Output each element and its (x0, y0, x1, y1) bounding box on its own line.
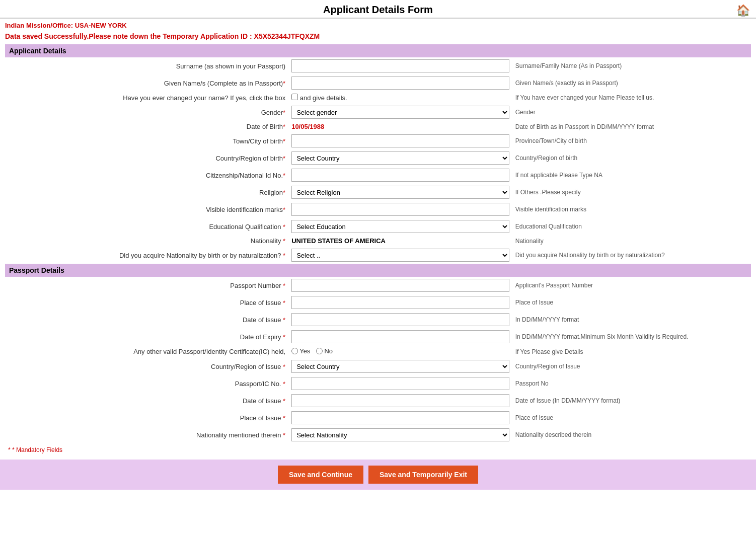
surname-hint: Surname/Family Name (As in Passport) (512, 57, 751, 74)
other-passport-no-radio[interactable] (316, 348, 323, 354)
app-id: X5X52344JTFQXZM (254, 32, 320, 40)
nationality-by-select[interactable]: Select .. Birth Naturalization (291, 249, 509, 262)
date-of-issue-input-cell (288, 311, 512, 328)
other-passport-hint: If Yes Please give Details (512, 345, 751, 358)
nationality-label: Nationality * (5, 235, 288, 247)
other-passport-no-label[interactable]: No (316, 347, 333, 355)
nationality-mentioned-select[interactable]: Select Nationality Indian American Briti… (291, 428, 509, 441)
country-issue-select[interactable]: Select Country India USA UK Other (291, 360, 509, 373)
passport-number-hint: Applicant's Passport Number (512, 277, 751, 294)
citizenship-input-cell (288, 167, 512, 184)
given-names-input-cell (288, 74, 512, 92)
surname-input-cell (288, 57, 512, 74)
country-birth-hint: Country/Region of birth (512, 149, 751, 167)
table-row: Country/Region of birth* Select Country … (5, 149, 751, 167)
dob-label: Date of Birth* (5, 121, 288, 132)
mandatory-note: * * Mandatory Fields (5, 445, 751, 454)
name-changed-hint: If You have ever changed your Name Pleas… (512, 92, 751, 104)
surname-label: Surname (as shown in your Passport) (5, 57, 288, 74)
date-of-issue2-input-cell (288, 392, 512, 409)
dob-value: 10/05/1988 (291, 123, 324, 130)
education-hint: Educational Qualification (512, 218, 751, 235)
save-continue-button[interactable]: Save and Continue (278, 466, 363, 484)
nationality-by-select-cell: Select .. Birth Naturalization (288, 247, 512, 264)
save-exit-button[interactable]: Save and Temporarily Exit (368, 466, 478, 484)
gender-hint: Gender (512, 104, 751, 121)
table-row: Country/Region of Issue * Select Country… (5, 358, 751, 375)
visible-marks-input[interactable] (291, 203, 509, 216)
given-names-hint: Given Name/s (exactly as in Passport) (512, 74, 751, 92)
main-content: Indian Mission/Office: USA-NEW YORK Data… (0, 19, 756, 457)
table-row: Date of Issue * In DD/MM/YYYY format (5, 311, 751, 328)
dob-hint: Date of Birth as in Passport in DD/MM/YY… (512, 121, 751, 132)
date-of-expiry-label: Date of Expiry * (5, 328, 288, 345)
table-row: Educational Qualification * Select Educa… (5, 218, 751, 235)
education-select-cell: Select Education Below Matriculation Mat… (288, 218, 512, 235)
given-names-label: Given Name/s (Complete as in Passport)* (5, 74, 288, 92)
mission-value: USA-NEW YORK (75, 22, 127, 29)
passport-number-input-cell (288, 277, 512, 294)
passport-ic-no-hint: Passport No (512, 375, 751, 392)
page-header: Applicant Details Form 🏠 (0, 0, 756, 19)
nationality-by-label: Did you acquire Nationality by birth or … (5, 247, 288, 264)
table-row: Given Name/s (Complete as in Passport)* … (5, 74, 751, 92)
passport-ic-no-label: Passport/IC No. * (5, 375, 288, 392)
dob-value-cell: 10/05/1988 (288, 121, 512, 132)
citizenship-label: Citizenship/National Id No.* (5, 167, 288, 184)
name-changed-checkbox[interactable] (291, 94, 298, 100)
footer-bar: Save and Continue Save and Temporarily E… (0, 460, 756, 490)
passport-details-table: Passport Number * Applicant's Passport N… (5, 277, 751, 443)
nationality-value: UNITED STATES OF AMERICA (291, 237, 386, 245)
education-label: Educational Qualification * (5, 218, 288, 235)
table-row: Nationality * UNITED STATES OF AMERICA N… (5, 235, 751, 247)
gender-select[interactable]: Select gender Male Female Other (291, 106, 509, 119)
table-row: Date of Expiry * In DD/MM/YYYY format.Mi… (5, 328, 751, 345)
gender-select-cell: Select gender Male Female Other (288, 104, 512, 121)
nationality-value-cell: UNITED STATES OF AMERICA (288, 235, 512, 247)
date-of-expiry-input[interactable] (291, 330, 509, 343)
success-message: Data saved Successfully.Please note down… (5, 32, 751, 40)
table-row: Date of Issue * Date of Issue (In DD/MM/… (5, 392, 751, 409)
date-of-issue-label: Date of Issue * (5, 311, 288, 328)
surname-input[interactable] (291, 59, 509, 72)
passport-ic-no-input[interactable] (291, 377, 509, 390)
country-birth-select[interactable]: Select Country India USA UK Other (291, 151, 509, 165)
visible-marks-label: Visible identification marks* (5, 201, 288, 218)
place-of-issue2-input[interactable] (291, 411, 509, 424)
religion-select[interactable]: Select Religion Hindu Muslim Christian S… (291, 186, 509, 199)
citizenship-input[interactable] (291, 169, 509, 182)
other-passport-yes-label[interactable]: Yes (291, 347, 310, 355)
town-input[interactable] (291, 134, 509, 147)
table-row: Visible identification marks* Visible id… (5, 201, 751, 218)
table-row: Have you ever changed your name? If yes,… (5, 92, 751, 104)
name-changed-suffix: and give details. (300, 94, 347, 102)
table-row: Place of Issue * Place of Issue (5, 294, 751, 311)
country-birth-label: Country/Region of birth* (5, 149, 288, 167)
home-icon[interactable]: 🏠 (736, 4, 750, 17)
applicant-details-header: Applicant Details (5, 44, 751, 57)
date-of-issue-input[interactable] (291, 313, 509, 326)
table-row: Date of Birth* 10/05/1988 Date of Birth … (5, 121, 751, 132)
table-row: Did you acquire Nationality by birth or … (5, 247, 751, 264)
applicant-details-table: Surname (as shown in your Passport) Surn… (5, 57, 751, 264)
page-title: Applicant Details Form (0, 4, 756, 16)
date-of-issue2-input[interactable] (291, 394, 509, 407)
place-of-issue-hint: Place of Issue (512, 294, 751, 311)
other-passport-yes-radio[interactable] (291, 348, 298, 354)
education-select[interactable]: Select Education Below Matriculation Mat… (291, 220, 509, 233)
citizenship-hint: If not applicable Please Type NA (512, 167, 751, 184)
date-of-issue2-label: Date of Issue * (5, 392, 288, 409)
place-of-issue-input-cell (288, 294, 512, 311)
table-row: Citizenship/National Id No.* If not appl… (5, 167, 751, 184)
given-names-input[interactable] (291, 77, 509, 90)
visible-marks-hint: Visible identification marks (512, 201, 751, 218)
passport-number-label: Passport Number * (5, 277, 288, 294)
nationality-mentioned-select-cell: Select Nationality Indian American Briti… (288, 426, 512, 443)
religion-select-cell: Select Religion Hindu Muslim Christian S… (288, 184, 512, 201)
place-of-issue-input[interactable] (291, 296, 509, 309)
town-hint: Province/Town/City of birth (512, 132, 751, 149)
country-birth-select-cell: Select Country India USA UK Other (288, 149, 512, 167)
name-changed-input-cell: and give details. (288, 92, 512, 104)
passport-number-input[interactable] (291, 279, 509, 292)
country-issue-hint: Country/Region of Issue (512, 358, 751, 375)
